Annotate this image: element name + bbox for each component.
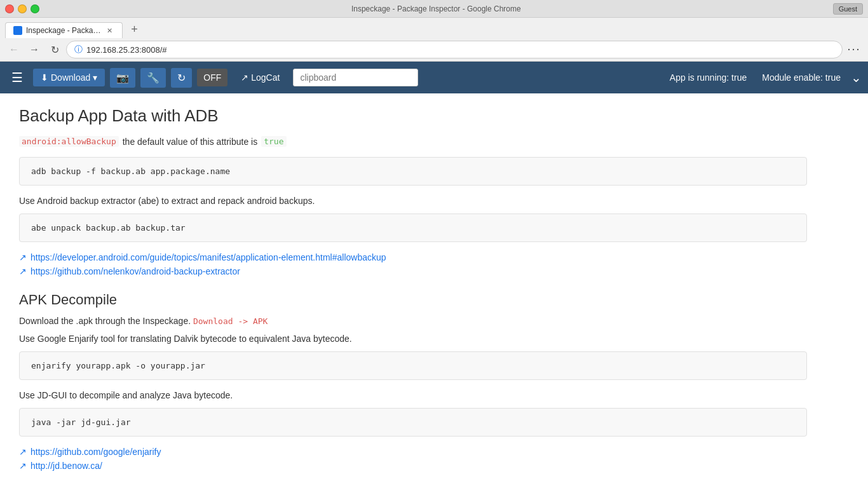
wrench-button[interactable]: 🔧: [140, 68, 166, 88]
ext-link-1[interactable]: https://developer.android.com/guide/topi…: [31, 252, 386, 262]
os-window-controls[interactable]: [5, 4, 39, 13]
code-text-2: abe unpack backup.ab backup.tar: [31, 223, 186, 233]
info2-prefix: Download the .apk through the Inspeckage…: [19, 316, 193, 326]
page-content: Backup App Data with ADB android:allowBa…: [0, 93, 826, 487]
back-button[interactable]: ←: [5, 41, 23, 58]
clipboard-input[interactable]: [293, 69, 418, 86]
attr-code: android:allowBackup: [19, 136, 119, 147]
logcat-label: LogCat: [251, 72, 280, 83]
browser-nav-bar: ← → ↻ ⓘ 192.168.25.23:8008/# ⋮: [0, 38, 868, 61]
refresh-button[interactable]: ↻: [171, 68, 192, 88]
os-maximize-btn[interactable]: [31, 4, 39, 13]
tab-title: Inspeckage - Packa…: [26, 26, 100, 35]
info-text-2: Download the .apk through the Inspeckage…: [19, 316, 807, 326]
external-link-icon: ↗: [241, 72, 248, 83]
os-title-bar: Inspeckage - Package Inspector - Google …: [0, 0, 868, 18]
app-running-status: App is running: true: [670, 72, 747, 83]
info-text-1: Use Android backup extractor (abe) to ex…: [19, 196, 807, 206]
forward-button[interactable]: →: [25, 41, 43, 58]
section1-title: Backup App Data with ADB: [19, 106, 807, 126]
code-text-3: enjarify yourapp.apk -o yourapp.jar: [31, 361, 205, 370]
download-apk-link[interactable]: Download -> APK: [193, 316, 268, 326]
tab-bar: Inspeckage - Packa… ✕ +: [0, 18, 868, 38]
attr-value: true: [261, 136, 286, 147]
download-button[interactable]: ⬇ Download ▾: [33, 69, 105, 86]
code-block-1: adb backup -f backup.ab app.package.name: [19, 157, 807, 186]
browser-chrome: Inspeckage - Packa… ✕ + ← → ↻ ⓘ 192.168.…: [0, 18, 868, 62]
link-line-1: ↗ https://developer.android.com/guide/to…: [19, 252, 807, 262]
download-label: Download: [51, 72, 90, 83]
refresh-icon: ↻: [177, 72, 186, 84]
wrench-icon: 🔧: [147, 72, 159, 84]
os-minimize-btn[interactable]: [18, 4, 27, 13]
ext-link-icon-2: ↗: [19, 266, 27, 276]
tab-close-btn[interactable]: ✕: [104, 25, 114, 36]
code-block-4: java -jar jd-gui.jar: [19, 408, 807, 437]
new-tab-button[interactable]: +: [125, 20, 143, 38]
code-block-2: abe unpack backup.ab backup.tar: [19, 214, 807, 242]
os-close-btn[interactable]: [5, 4, 14, 13]
address-bar[interactable]: ⓘ 192.168.25.23:8008/#: [66, 41, 843, 58]
browser-more-button[interactable]: ⋮: [845, 41, 863, 58]
navbar-chevron-icon[interactable]: ⌄: [851, 70, 862, 85]
address-lock-icon: ⓘ: [74, 44, 83, 55]
ext-link-icon-1: ↗: [19, 252, 27, 262]
link-line-3: ↗ https://github.com/google/enjarify: [19, 447, 807, 457]
attr-text: the default value of this attribute is: [123, 137, 257, 147]
ext-link-icon-3: ↗: [19, 447, 27, 457]
tab-favicon: [13, 26, 22, 35]
attribute-line: android:allowBackup the default value of…: [19, 136, 807, 147]
camera-icon: 📷: [116, 72, 129, 84]
active-tab[interactable]: Inspeckage - Packa… ✕: [5, 22, 123, 38]
ext-link-4[interactable]: http://jd.benow.ca/: [31, 461, 102, 471]
ext-link-2[interactable]: https://github.com/nelenkov/android-back…: [31, 266, 240, 276]
module-status: Module enable: true: [762, 72, 841, 83]
download-icon: ⬇: [41, 72, 48, 83]
link-line-2: ↗ https://github.com/nelenkov/android-ba…: [19, 266, 807, 276]
ext-link-3[interactable]: https://github.com/google/enjarify: [31, 447, 161, 457]
download-arrow-icon: ▾: [93, 72, 97, 83]
hamburger-icon[interactable]: ☰: [6, 70, 28, 85]
os-window-title: Inspeckage - Package Inspector - Google …: [44, 4, 828, 13]
address-text: 192.168.25.23:8008/#: [86, 45, 834, 55]
info-text-4: Use JD-GUI to decompile and analyze Java…: [19, 390, 807, 400]
camera-button[interactable]: 📷: [110, 68, 135, 88]
refresh-button[interactable]: ↻: [46, 41, 64, 58]
info-text-3: Use Google Enjarify tool for translating…: [19, 334, 807, 344]
os-guest-label: Guest: [833, 3, 863, 15]
link-line-4: ↗ http://jd.benow.ca/: [19, 461, 807, 471]
app-navbar: ☰ ⬇ Download ▾ 📷 🔧 ↻ OFF ↗ LogCat App is…: [0, 62, 868, 93]
ext-link-icon-4: ↗: [19, 461, 27, 471]
code-block-3: enjarify yourapp.apk -o yourapp.jar: [19, 351, 807, 380]
toggle-control[interactable]: OFF: [197, 69, 227, 86]
code-text-1: adb backup -f backup.ab app.package.name: [31, 166, 230, 176]
code-text-4: java -jar jd-gui.jar: [31, 417, 131, 427]
toggle-off-button[interactable]: OFF: [197, 69, 227, 86]
section2-title: APK Decompile: [19, 292, 807, 308]
logcat-link[interactable]: ↗ LogCat: [233, 68, 288, 87]
